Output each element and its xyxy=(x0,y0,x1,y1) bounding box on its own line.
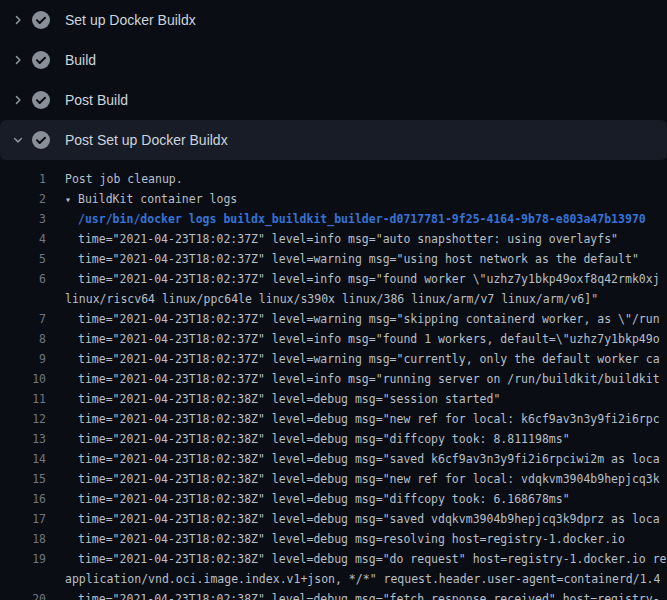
step-title: Post Set up Docker Buildx xyxy=(65,132,228,148)
log-text: time="2021-04-23T18:02:38Z" level=debug … xyxy=(78,529,625,549)
log-line: 3 /usr/bin/docker logs buildx_buildkit_b… xyxy=(0,209,667,229)
line-number[interactable]: 7 xyxy=(0,309,46,329)
log-text: time="2021-04-23T18:02:37Z" level=info m… xyxy=(78,369,660,389)
log-line: 6 time="2021-04-23T18:02:37Z" level=info… xyxy=(0,269,667,289)
log-line: 10 time="2021-04-23T18:02:37Z" level=inf… xyxy=(0,369,667,389)
line-number[interactable]: 14 xyxy=(0,449,46,469)
log-text: time="2021-04-23T18:02:38Z" level=debug … xyxy=(78,489,570,509)
log-line: 4 time="2021-04-23T18:02:37Z" level=info… xyxy=(0,229,667,249)
line-number[interactable]: 17 xyxy=(0,509,46,529)
step-title: Set up Docker Buildx xyxy=(65,12,196,28)
log-line: application/vnd.oci.image.index.v1+json,… xyxy=(0,569,667,589)
log-line: 18 time="2021-04-23T18:02:38Z" level=deb… xyxy=(0,529,667,549)
log-line: 7 time="2021-04-23T18:02:37Z" level=warn… xyxy=(0,309,667,329)
log-text: time="2021-04-23T18:02:38Z" level=debug … xyxy=(78,549,667,569)
line-number[interactable]: 8 xyxy=(0,329,46,349)
job-steps-list: Set up Docker Buildx Build Post Build Po… xyxy=(0,0,667,160)
log-line: 19 time="2021-04-23T18:02:38Z" level=deb… xyxy=(0,549,667,569)
chevron-down-icon xyxy=(11,133,25,147)
log-group-header[interactable]: 2 ▾BuildKit container logs xyxy=(0,189,667,209)
chevron-right-icon xyxy=(11,93,25,107)
check-circle-icon xyxy=(32,51,50,69)
log-text: application/vnd.oci.image.index.v1+json,… xyxy=(65,569,660,589)
log-text: time="2021-04-23T18:02:38Z" level=debug … xyxy=(78,429,570,449)
log-text: time="2021-04-23T18:02:37Z" level=info m… xyxy=(78,229,618,249)
log-text: Post job cleanup. xyxy=(65,169,183,189)
step-header-post-set-up-docker-buildx[interactable]: Post Set up Docker Buildx xyxy=(0,120,667,160)
line-number[interactable]: 1 xyxy=(0,169,46,189)
step-title: Build xyxy=(65,52,96,68)
log-line: 16 time="2021-04-23T18:02:38Z" level=deb… xyxy=(0,489,667,509)
log-line: 15 time="2021-04-23T18:02:38Z" level=deb… xyxy=(0,469,667,489)
log-line: 9 time="2021-04-23T18:02:37Z" level=warn… xyxy=(0,349,667,369)
chevron-right-icon xyxy=(11,13,25,27)
log-text: time="2021-04-23T18:02:37Z" level=info m… xyxy=(78,329,660,349)
log-text: time="2021-04-23T18:02:37Z" level=warnin… xyxy=(78,349,660,369)
check-circle-icon xyxy=(32,131,50,149)
line-number[interactable]: 15 xyxy=(0,469,46,489)
log-text: time="2021-04-23T18:02:38Z" level=debug … xyxy=(78,409,660,429)
log-line: 13 time="2021-04-23T18:02:38Z" level=deb… xyxy=(0,429,667,449)
log-line: 17 time="2021-04-23T18:02:38Z" level=deb… xyxy=(0,509,667,529)
log-line: 1 Post job cleanup. xyxy=(0,169,667,189)
line-number[interactable]: 5 xyxy=(0,249,46,269)
step-header-set-up-docker-buildx[interactable]: Set up Docker Buildx xyxy=(0,0,667,40)
log-text: linux/riscv64 linux/ppc64le linux/s390x … xyxy=(65,289,598,309)
step-log-output: 1 Post job cleanup. 2 ▾BuildKit containe… xyxy=(0,160,667,600)
line-number[interactable]: 2 xyxy=(0,189,46,209)
line-number[interactable]: 13 xyxy=(0,429,46,449)
step-header-post-build[interactable]: Post Build xyxy=(0,80,667,120)
log-text: time="2021-04-23T18:02:38Z" level=debug … xyxy=(78,469,660,489)
triangle-down-icon: ▾ xyxy=(65,190,78,209)
log-text: time="2021-04-23T18:02:37Z" level=info m… xyxy=(78,269,660,289)
line-number[interactable]: 11 xyxy=(0,389,46,409)
log-text: time="2021-04-23T18:02:38Z" level=debug … xyxy=(78,389,500,409)
log-text: time="2021-04-23T18:02:37Z" level=warnin… xyxy=(78,249,639,269)
line-number[interactable]: 18 xyxy=(0,529,46,549)
line-number[interactable]: 9 xyxy=(0,349,46,369)
log-line: 8 time="2021-04-23T18:02:37Z" level=info… xyxy=(0,329,667,349)
log-line: 11 time="2021-04-23T18:02:38Z" level=deb… xyxy=(0,389,667,409)
line-number[interactable]: 16 xyxy=(0,489,46,509)
log-line: 20 time="2021-04-23T18:02:38Z" level=deb… xyxy=(0,589,667,600)
log-line: 12 time="2021-04-23T18:02:38Z" level=deb… xyxy=(0,409,667,429)
check-circle-icon xyxy=(32,91,50,109)
log-text: time="2021-04-23T18:02:38Z" level=debug … xyxy=(78,449,660,469)
log-text: time="2021-04-23T18:02:38Z" level=debug … xyxy=(78,509,660,529)
log-line: 5 time="2021-04-23T18:02:37Z" level=warn… xyxy=(0,249,667,269)
line-number[interactable]: 3 xyxy=(0,209,46,229)
log-text: ▾BuildKit container logs xyxy=(65,189,237,209)
line-number[interactable]: 10 xyxy=(0,369,46,389)
log-line: 14 time="2021-04-23T18:02:38Z" level=deb… xyxy=(0,449,667,469)
log-command: /usr/bin/docker logs buildx_buildkit_bui… xyxy=(78,209,646,229)
log-line: linux/riscv64 linux/ppc64le linux/s390x … xyxy=(0,289,667,309)
line-number[interactable]: 20 xyxy=(0,589,46,600)
step-header-build[interactable]: Build xyxy=(0,40,667,80)
line-number[interactable]: 12 xyxy=(0,409,46,429)
check-circle-icon xyxy=(32,11,50,29)
line-number[interactable]: 19 xyxy=(0,549,46,569)
line-number[interactable]: 4 xyxy=(0,229,46,249)
line-number[interactable]: 6 xyxy=(0,269,46,289)
line-number[interactable] xyxy=(0,289,46,309)
log-text: time="2021-04-23T18:02:38Z" level=debug … xyxy=(78,589,660,600)
step-title: Post Build xyxy=(65,92,128,108)
log-text: time="2021-04-23T18:02:37Z" level=warnin… xyxy=(78,309,660,329)
line-number[interactable] xyxy=(0,569,46,589)
chevron-right-icon xyxy=(11,53,25,67)
